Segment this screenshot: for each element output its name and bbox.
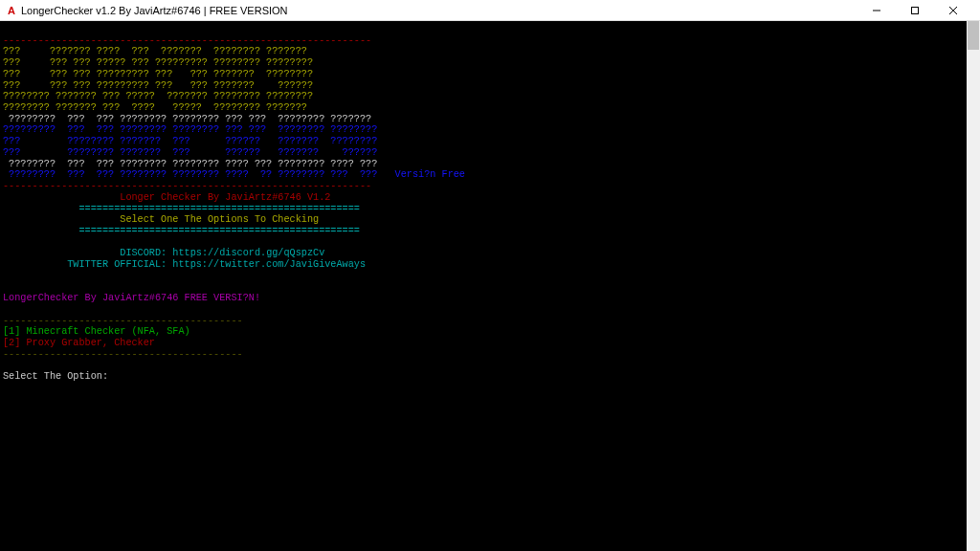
window-title: LongerChecker v1.2 By JaviArtz#6746 | FR…	[21, 5, 858, 16]
app-identifier: LongerChecker By JaviArtz#6746 FREE VERS…	[3, 293, 260, 303]
discord-label: DISCORD:	[120, 248, 172, 258]
ascii-divider-bottom: ----------------------------------------…	[3, 181, 371, 191]
app-icon: A	[8, 5, 15, 16]
twitter-link: https://twitter.com/JaviGiveAways	[172, 259, 366, 270]
minimize-button[interactable]	[858, 0, 896, 21]
dash-divider: ----------------------------------------…	[3, 349, 243, 360]
select-message: Select One The Options To Checking	[120, 214, 319, 225]
menu-option-1: [1] Minecraft Checker (NFA, SFA)	[3, 326, 190, 337]
ascii-art-line: ??? ??? ??? ????? ??? ????????? ????????…	[3, 57, 313, 68]
maximize-button[interactable]	[896, 0, 934, 21]
header-title: Longer Checker By JaviArtz#6746 V1.2	[120, 192, 330, 203]
ascii-art-line: ??? ???????? ??????? ??? ?????? ??????? …	[3, 147, 377, 158]
ascii-art-line: ????????? ??? ??? ???????? ???????? ??? …	[3, 124, 377, 135]
ascii-art-line: ???????? ??????? ??? ???? ????? ????????…	[3, 102, 307, 113]
window-titlebar: A LongerChecker v1.2 By JaviArtz#6746 | …	[0, 0, 980, 21]
header-divider: ========================================…	[78, 226, 359, 236]
ascii-divider-top: ----------------------------------------…	[3, 35, 371, 46]
close-button[interactable]	[934, 0, 972, 21]
window-controls	[858, 0, 972, 21]
version-label: Versi?n Free	[377, 169, 465, 180]
ascii-art-line: ??? ???????? ??????? ??? ?????? ??????? …	[3, 136, 377, 146]
input-prompt[interactable]: Select The Option:	[3, 371, 114, 382]
scrollbar-thumb[interactable]	[968, 21, 979, 50]
ascii-art-line: ???????? ??? ??? ???????? ???????? ???? …	[3, 159, 377, 169]
ascii-art-line: ???????? ??? ??? ???????? ???????? ??? ?…	[3, 114, 371, 124]
header-divider: ========================================…	[78, 204, 359, 214]
ascii-art-line: ???????? ??? ??? ???????? ???????? ???? …	[3, 169, 377, 180]
terminal-output: ----------------------------------------…	[0, 21, 967, 551]
svg-rect-1	[912, 7, 919, 13]
ascii-art-line: ???????? ??????? ??? ????? ??????? ?????…	[3, 91, 313, 101]
ascii-art-line: ??? ??? ??? ????????? ??? ??? ??????? ??…	[3, 80, 313, 91]
dash-divider: ----------------------------------------…	[3, 316, 243, 326]
menu-option-2: [2] Proxy Grabber, Checker	[3, 338, 155, 348]
ascii-art-line: ??? ??? ??? ????????? ??? ??? ??????? ??…	[3, 69, 313, 79]
vertical-scrollbar[interactable]	[967, 21, 980, 551]
twitter-label: TWITTER OFFICIAL:	[67, 259, 172, 270]
ascii-art-line: ??? ??????? ???? ??? ??????? ???????? ??…	[3, 46, 307, 56]
discord-link: https://discord.gg/qQspzCv	[172, 248, 324, 258]
